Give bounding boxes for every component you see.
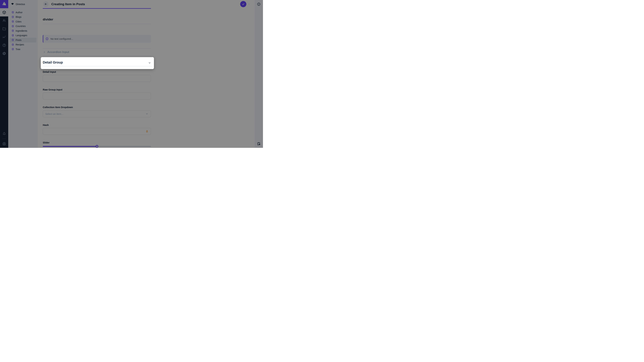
raw-group-input-field[interactable] bbox=[43, 92, 151, 99]
divider-heading: divider bbox=[43, 17, 53, 21]
raw-group-input-label: Raw Group Input bbox=[43, 88, 62, 91]
hash-input-field[interactable] bbox=[43, 128, 151, 135]
lock-open-icon bbox=[145, 130, 149, 133]
detail-group-card[interactable]: Detail Group bbox=[41, 57, 154, 69]
sidebar-item-author[interactable]: Author bbox=[10, 10, 36, 15]
directus-rabbit-icon bbox=[2, 2, 7, 7]
database-icon bbox=[12, 16, 14, 18]
collection-label: Tree bbox=[16, 48, 20, 51]
sidebar-item-cities[interactable]: Cities bbox=[10, 19, 36, 24]
collection-label: Countries bbox=[16, 25, 26, 27]
navigation-panel: Directus Author Blogs Cities Countries I… bbox=[8, 0, 38, 148]
collection-label: Ingredients bbox=[16, 29, 27, 32]
sidebar-item-posts[interactable]: Posts bbox=[10, 38, 36, 42]
collection-item-dropdown-label: Collection Item Dropdown bbox=[43, 106, 73, 109]
insights-chart-icon bbox=[2, 35, 6, 39]
sidebar-item-tree[interactable]: Tree bbox=[10, 47, 36, 52]
info-icon bbox=[257, 2, 260, 6]
collection-label: Author bbox=[16, 11, 22, 14]
module-users[interactable] bbox=[0, 16, 8, 25]
page-title: Creating Item in Posts bbox=[51, 2, 85, 6]
dropdown-placeholder: Select an item... bbox=[45, 112, 64, 115]
notifications-bell-icon bbox=[2, 132, 6, 136]
sidebar-item-recipes[interactable]: Recipes bbox=[10, 42, 36, 47]
kebab-menu-icon bbox=[248, 2, 250, 6]
more-options-button[interactable] bbox=[247, 2, 251, 7]
info-notice: No text configured... bbox=[43, 35, 151, 43]
module-bar-bottom bbox=[0, 130, 8, 148]
database-icon bbox=[12, 11, 14, 13]
chevron-right-icon bbox=[43, 51, 46, 54]
sidebar-item-ingredients[interactable]: Ingredients bbox=[10, 28, 36, 33]
database-icon bbox=[12, 39, 14, 41]
module-content[interactable] bbox=[0, 8, 8, 16]
sidebar-item-countries[interactable]: Countries bbox=[10, 24, 36, 29]
content-box-icon bbox=[2, 10, 6, 14]
divider-rule bbox=[43, 24, 151, 24]
module-insights[interactable] bbox=[0, 33, 8, 41]
chevron-down-icon bbox=[146, 112, 148, 115]
project-chooser[interactable]: Directus bbox=[8, 0, 38, 8]
database-icon bbox=[12, 34, 14, 37]
help-question-icon bbox=[2, 43, 6, 47]
accordion-top-rule bbox=[43, 48, 151, 49]
collection-label: Posts bbox=[16, 39, 22, 41]
info-icon bbox=[46, 37, 49, 40]
detail-group-title: Detail Group bbox=[43, 60, 63, 64]
hash-label: Hash bbox=[43, 124, 49, 126]
sidebar-item-languages[interactable]: Languages bbox=[10, 33, 36, 38]
detail-input-label: Detail Input bbox=[43, 70, 56, 73]
revisions-sidebar-button[interactable] bbox=[254, 140, 263, 148]
accordion-label: Accordion Input bbox=[47, 50, 69, 54]
module-bar-divider bbox=[2, 139, 6, 139]
user-avatar-icon bbox=[2, 142, 6, 146]
directus-logo-button[interactable] bbox=[0, 0, 8, 8]
slider-handle[interactable] bbox=[96, 145, 98, 148]
content-top-accent-bar bbox=[43, 8, 151, 9]
hash-field-wrap bbox=[43, 128, 151, 135]
chevron-down-icon[interactable] bbox=[148, 61, 151, 64]
collection-label: Blogs bbox=[16, 15, 22, 18]
module-bar bbox=[0, 0, 8, 148]
collection-label: Cities bbox=[16, 20, 22, 23]
files-folder-icon bbox=[2, 27, 6, 31]
back-button[interactable] bbox=[43, 1, 49, 7]
slider-field bbox=[43, 145, 151, 148]
check-icon bbox=[242, 2, 245, 6]
page-header: Creating Item in Posts bbox=[38, 0, 254, 8]
database-icon bbox=[12, 29, 14, 32]
module-help[interactable] bbox=[0, 41, 8, 49]
collection-list: Author Blogs Cities Countries Ingredient… bbox=[8, 8, 38, 52]
database-icon bbox=[12, 20, 14, 23]
notice-text: No text configured... bbox=[50, 37, 73, 40]
database-icon bbox=[12, 48, 14, 50]
module-files[interactable] bbox=[0, 25, 8, 33]
collection-label: Languages bbox=[16, 34, 27, 37]
project-fan-icon bbox=[11, 2, 14, 6]
user-menu-button[interactable] bbox=[0, 140, 8, 148]
right-sidebar bbox=[254, 0, 263, 148]
detail-group-divider bbox=[43, 66, 152, 66]
info-sidebar-button[interactable] bbox=[254, 0, 263, 8]
save-button[interactable] bbox=[240, 1, 246, 7]
sidebar-item-blogs[interactable]: Blogs bbox=[10, 15, 36, 19]
database-icon bbox=[12, 43, 14, 46]
module-settings[interactable] bbox=[0, 49, 8, 57]
slider-fill bbox=[43, 146, 97, 147]
collection-label: Recipes bbox=[16, 43, 24, 46]
users-icon bbox=[2, 18, 6, 23]
item-form: divider No text configured... Accordion … bbox=[38, 8, 254, 148]
project-name: Directus bbox=[16, 3, 25, 5]
settings-gear-icon bbox=[2, 51, 6, 55]
notifications-button[interactable] bbox=[0, 130, 8, 138]
pending-actions-icon bbox=[257, 142, 261, 146]
accordion-bottom-rule bbox=[43, 56, 151, 56]
collection-item-dropdown[interactable]: Select an item... bbox=[43, 110, 151, 117]
arrow-left-icon bbox=[44, 2, 48, 6]
database-icon bbox=[12, 25, 14, 27]
header-actions bbox=[240, 1, 251, 7]
accordion-input-header[interactable]: Accordion Input bbox=[43, 49, 151, 55]
slider-label: Slider bbox=[43, 141, 50, 144]
detail-input-field[interactable] bbox=[43, 75, 151, 82]
